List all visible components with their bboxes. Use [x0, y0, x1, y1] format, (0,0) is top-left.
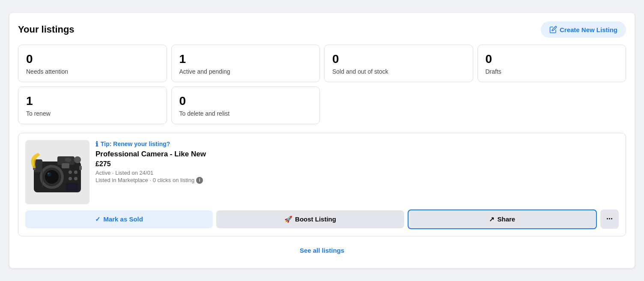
listing-actions: ✓ Mark as Sold 🚀 Boost Listing ↗ Share ·…	[25, 209, 619, 229]
stat-number-to-renew: 1	[26, 94, 159, 108]
tip-row: ℹ Tip: Renew your listing?	[95, 140, 619, 148]
svg-point-10	[74, 156, 81, 163]
stat-number-needs-attention: 0	[26, 52, 159, 66]
stats-row-2: 1 To renew 0 To delete and relist	[18, 87, 626, 124]
create-new-listing-button[interactable]: Create New Listing	[541, 21, 626, 38]
rocket-icon: 🚀	[284, 215, 292, 223]
stat-label-to-renew: To renew	[26, 110, 159, 117]
clicks-info-icon[interactable]: i	[196, 177, 203, 184]
share-label: Share	[497, 215, 515, 223]
listing-title: Professional Camera - Like New	[95, 150, 619, 158]
info-tip-icon: ℹ	[95, 140, 98, 148]
svg-point-17	[74, 177, 78, 180]
stat-card-needs-attention[interactable]: 0 Needs attention	[18, 45, 167, 82]
stats-row-1: 0 Needs attention 1 Active and pending 0…	[18, 45, 626, 82]
camera-image-svg	[30, 144, 85, 200]
see-all-section: See all listings	[18, 242, 626, 260]
stat-card-to-delete-relist[interactable]: 0 To delete and relist	[171, 87, 320, 124]
svg-point-15	[74, 170, 78, 174]
svg-point-5	[45, 170, 59, 184]
listing-card: ℹ Tip: Renew your listing? Professional …	[18, 133, 626, 236]
svg-point-14	[69, 170, 72, 174]
svg-rect-18	[66, 183, 78, 191]
listing-top: ℹ Tip: Renew your listing? Professional …	[25, 140, 619, 204]
stat-number-to-delete-relist: 0	[179, 94, 312, 108]
checkmark-icon: ✓	[95, 215, 101, 223]
svg-rect-8	[62, 163, 69, 168]
stat-label-to-delete-relist: To delete and relist	[179, 110, 312, 117]
stat-label-drafts: Drafts	[486, 68, 618, 75]
listing-info: ℹ Tip: Renew your listing? Professional …	[95, 140, 619, 204]
listing-image	[25, 140, 89, 204]
page-title: Your listings	[18, 24, 75, 35]
edit-icon	[549, 26, 557, 33]
empty-col-4	[477, 87, 626, 124]
stat-card-sold-out-of-stock[interactable]: 0 Sold and out of stock	[324, 45, 473, 82]
more-options-button[interactable]: ···	[600, 209, 619, 229]
mark-as-sold-button[interactable]: ✓ Mark as Sold	[25, 210, 213, 228]
stat-card-to-renew[interactable]: 1 To renew	[18, 87, 167, 124]
boost-listing-label: Boost Listing	[295, 215, 336, 223]
stat-number-sold-out-of-stock: 0	[332, 52, 465, 66]
mark-as-sold-label: Mark as Sold	[103, 215, 143, 223]
create-button-label: Create New Listing	[560, 26, 617, 33]
stat-label-sold-out-of-stock: Sold and out of stock	[332, 68, 465, 75]
boost-listing-button[interactable]: 🚀 Boost Listing	[216, 210, 404, 228]
listing-price: £275	[95, 160, 619, 168]
stat-label-active-pending: Active and pending	[179, 68, 312, 75]
svg-point-9	[65, 158, 72, 162]
svg-rect-12	[79, 166, 82, 170]
empty-col-3	[324, 87, 473, 124]
share-icon: ↗	[489, 215, 495, 223]
stat-label-needs-attention: Needs attention	[26, 68, 159, 75]
tip-text: Tip: Renew your listing?	[101, 140, 170, 147]
svg-point-7	[48, 173, 49, 174]
stat-number-active-pending: 1	[179, 52, 312, 66]
share-button[interactable]: ↗ Share	[408, 209, 597, 229]
stat-number-drafts: 0	[486, 52, 618, 66]
svg-point-16	[69, 177, 72, 180]
listing-meta-status: Active · Listed on 24/01	[95, 170, 619, 176]
listing-meta-clicks: Listed in Marketplace · 0 clicks on list…	[95, 177, 619, 184]
page-header: Your listings Create New Listing	[18, 21, 626, 38]
svg-point-6	[47, 172, 51, 176]
ellipsis-icon: ···	[606, 215, 613, 224]
stat-card-active-pending[interactable]: 1 Active and pending	[171, 45, 320, 82]
listings-container: Your listings Create New Listing 0 Needs…	[9, 13, 635, 268]
see-all-listings-link[interactable]: See all listings	[300, 247, 344, 254]
listing-meta-clicks-text: Listed in Marketplace · 0 clicks on list…	[95, 177, 194, 183]
stat-card-drafts[interactable]: 0 Drafts	[477, 45, 626, 82]
